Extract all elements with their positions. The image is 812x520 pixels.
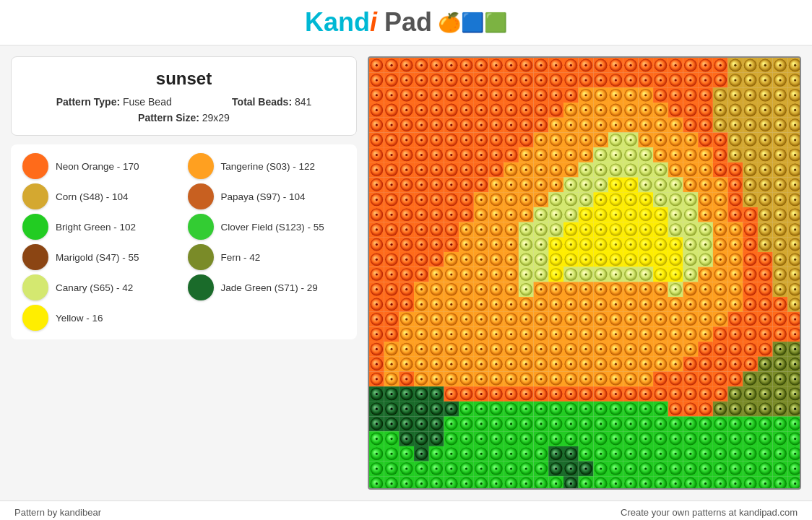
color-item: Jade Green (S71) - 29 — [188, 274, 346, 300]
color-swatch — [22, 305, 48, 331]
pattern-meta: Pattern Type: Fuse Bead Total Beads: 841 — [26, 96, 342, 108]
color-label: Yellow - 16 — [56, 313, 103, 324]
color-item: Canary (S65) - 42 — [22, 274, 181, 300]
color-swatch — [188, 274, 214, 300]
color-item: Corn (S48) - 104 — [22, 183, 181, 209]
color-item: Tangerine (S03) - 122 — [188, 153, 346, 179]
color-item: Papaya (S97) - 104 — [188, 183, 346, 209]
color-swatch — [22, 274, 48, 300]
color-swatch — [22, 214, 48, 240]
color-item: Yellow - 16 — [22, 305, 181, 331]
color-label: Jade Green (S71) - 29 — [221, 282, 318, 293]
right-panel — [368, 56, 801, 490]
pattern-beads: Total Beads: 841 — [232, 96, 311, 108]
size-label: Pattern Size: — [138, 112, 199, 124]
pattern-size: Pattern Size: 29x29 — [26, 112, 342, 124]
color-item: Bright Green - 102 — [22, 214, 181, 240]
pattern-info-card: sunset Pattern Type: Fuse Bead Total Bea… — [11, 56, 357, 136]
color-label: Fern - 42 — [221, 252, 261, 263]
footer-left: Pattern by kandibear — [14, 507, 101, 518]
color-item: Fern - 42 — [188, 244, 346, 270]
color-legend: Neon Orange - 170Tangerine (S03) - 122Co… — [11, 144, 357, 339]
color-label: Clover Field (S123) - 55 — [221, 222, 324, 233]
main-content: sunset Pattern Type: Fuse Bead Total Bea… — [0, 46, 812, 500]
color-swatch — [188, 214, 214, 240]
type-label: Pattern Type: — [56, 96, 120, 108]
color-label: Papaya (S97) - 104 — [221, 191, 306, 202]
color-item: Neon Orange - 170 — [22, 153, 181, 179]
header: Kandi Pad 🍊🟦🟩 — [0, 0, 812, 46]
color-label: Marigold (S47) - 55 — [56, 252, 139, 263]
color-swatch — [22, 153, 48, 179]
beads-label: Total Beads: — [232, 96, 292, 108]
logo-text: Kandi Pad — [305, 7, 432, 38]
color-label: Bright Green - 102 — [56, 222, 136, 233]
color-item: Clover Field (S123) - 55 — [188, 214, 346, 240]
bead-grid-container — [368, 56, 801, 490]
color-swatch — [188, 244, 214, 270]
bead-grid-canvas — [369, 58, 801, 490]
pattern-title: sunset — [26, 69, 342, 89]
pattern-type: Pattern Type: Fuse Bead — [56, 96, 172, 108]
color-swatch — [22, 244, 48, 270]
footer: Pattern by kandibear Create your own pat… — [0, 500, 812, 520]
beads-value: 841 — [295, 96, 311, 108]
color-label: Tangerine (S03) - 122 — [221, 161, 316, 172]
logo-icons: 🍊🟦🟩 — [438, 12, 507, 34]
color-label: Canary (S65) - 42 — [56, 282, 133, 293]
color-swatch — [188, 183, 214, 209]
color-swatch — [22, 183, 48, 209]
size-value: 29x29 — [202, 112, 230, 124]
type-value: Fuse Bead — [123, 96, 172, 108]
footer-right: Create your own patterns at kandipad.com — [621, 507, 798, 518]
logo: Kandi Pad 🍊🟦🟩 — [305, 7, 507, 38]
color-label: Corn (S48) - 104 — [56, 191, 129, 202]
color-item: Marigold (S47) - 55 — [22, 244, 181, 270]
color-swatch — [188, 153, 214, 179]
color-label: Neon Orange - 170 — [56, 161, 139, 172]
left-panel: sunset Pattern Type: Fuse Bead Total Bea… — [11, 56, 357, 490]
